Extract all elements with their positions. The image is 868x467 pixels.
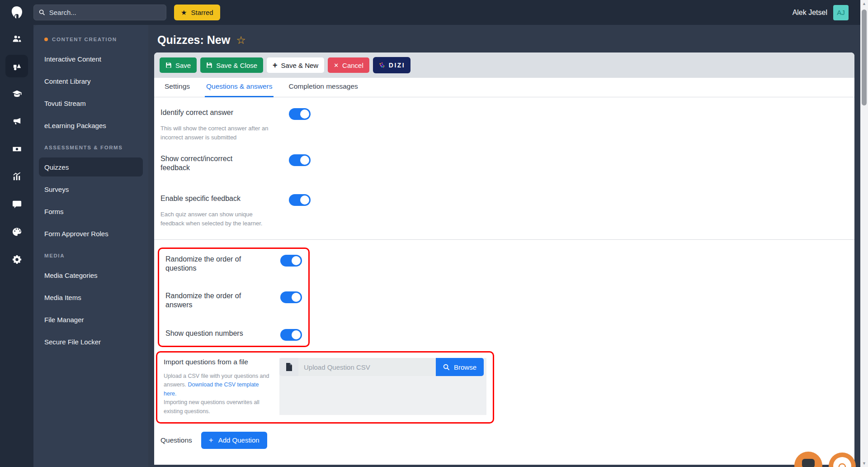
megaphone-icon xyxy=(12,116,22,127)
sidebar-item-elearning-packages[interactable]: eLearning Packages xyxy=(33,114,148,137)
setting-help: Each quiz answer can show unique feedbac… xyxy=(160,210,264,228)
avatar[interactable]: AJ xyxy=(833,5,849,20)
sidebar-item-quizzes[interactable]: Quizzes xyxy=(39,157,143,176)
avatar-initials: AJ xyxy=(837,9,845,16)
questions-label: Questions xyxy=(160,436,192,444)
import-help-text: Upload a CSV file with your questions an… xyxy=(164,372,272,416)
setting-row-show-question-numbers: Show question numbers xyxy=(165,329,302,341)
toggle-randomize-answers[interactable] xyxy=(280,291,302,303)
sidebar: CONTENT CREATION Interactive Content Con… xyxy=(33,25,148,467)
sidebar-section-assessments-forms: ASSESSMENTS & FORMS xyxy=(33,137,148,156)
favorite-star-icon[interactable]: ☆ xyxy=(236,35,246,46)
sidebar-item-surveys[interactable]: Surveys xyxy=(33,178,148,200)
gear-icon xyxy=(12,254,22,265)
user-name: Alek Jetsel xyxy=(793,9,827,17)
section-divider xyxy=(154,239,854,240)
tab-questions-answers[interactable]: Questions & answers xyxy=(205,82,274,97)
users-icon xyxy=(12,33,22,44)
toggle-show-correct-incorrect-feedback[interactable] xyxy=(289,154,311,166)
file-upload-group: Browse xyxy=(279,358,484,376)
main-area: Quizzes: New ☆ Save xyxy=(148,25,868,467)
rail-item-content-creation[interactable] xyxy=(5,55,28,77)
cancel-button[interactable]: ✕ Cancel xyxy=(328,57,369,73)
dizi-logo-icon xyxy=(378,62,386,69)
import-questions-label: Import questions from a file xyxy=(164,358,276,366)
user-area: Alek Jetsel AJ xyxy=(793,5,849,20)
page-scrollbar[interactable]: ▲ ▼ xyxy=(860,0,868,467)
section-label: CONTENT CREATION xyxy=(52,37,117,42)
save-close-button[interactable]: Save & Close xyxy=(200,57,263,73)
sidebar-item-forms[interactable]: Forms xyxy=(33,200,148,223)
scroll-up-arrow[interactable]: ▲ xyxy=(862,0,866,7)
orange-dot-icon xyxy=(44,38,48,41)
questions-row: Questions + Add Question xyxy=(160,432,845,449)
sidebar-item-secure-file-locker[interactable]: Secure File Locker xyxy=(33,331,148,353)
toggle-show-question-numbers[interactable] xyxy=(280,329,302,341)
setting-label: Randomize the order of answers xyxy=(165,291,256,310)
cancel-label: Cancel xyxy=(342,62,363,69)
toggle-enable-specific-feedback[interactable] xyxy=(289,194,311,206)
browse-button[interactable]: Browse xyxy=(436,358,484,376)
file-icon-cell xyxy=(279,358,298,376)
upload-csv-input[interactable] xyxy=(298,358,436,376)
setting-row-identify-correct-answer: Identify correct answer xyxy=(160,108,311,120)
chart-icon xyxy=(12,172,22,182)
import-label-column: Import questions from a file Upload a CS… xyxy=(164,358,276,416)
sidebar-section-media: MEDIA xyxy=(33,245,148,264)
search-box xyxy=(33,5,166,20)
elephant-logo-icon xyxy=(9,5,25,21)
sidebar-item-form-approver-roles[interactable]: Form Approver Roles xyxy=(33,223,148,245)
floppy-icon xyxy=(206,62,212,68)
tab-bar: Settings Questions & answers Completion … xyxy=(154,78,854,97)
sidebar-item-file-manager[interactable]: File Manager xyxy=(33,309,148,331)
sidebar-section-content-creation: CONTENT CREATION xyxy=(33,29,148,48)
rail-item-users[interactable] xyxy=(5,27,28,50)
rail-item-appearance[interactable] xyxy=(5,220,28,243)
elephant-badge-icon xyxy=(833,457,851,467)
dizi-button[interactable]: DIZI xyxy=(373,57,410,73)
starred-button[interactable]: ★ Starred xyxy=(174,5,220,20)
rail-item-learning[interactable] xyxy=(5,82,28,105)
shapes-icon xyxy=(12,61,22,71)
add-question-button[interactable]: + Add Question xyxy=(201,432,267,449)
plus-icon: + xyxy=(209,436,213,444)
action-toolbar: Save Save & Close + Save & New ✕ Cancel xyxy=(154,52,854,78)
import-help-after-link: Importing new questions overwrites all e… xyxy=(164,399,259,414)
toggle-identify-correct-answer[interactable] xyxy=(289,108,311,120)
dizi-label: DIZI xyxy=(389,62,405,69)
sidebar-item-media-items[interactable]: Media Items xyxy=(33,286,148,309)
plus-icon: + xyxy=(273,61,278,69)
content-card: Save Save & Close + Save & New ✕ Cancel xyxy=(154,52,854,465)
tab-completion-messages[interactable]: Completion messages xyxy=(287,82,359,97)
sidebar-item-media-categories[interactable]: Media Categories xyxy=(33,264,148,286)
search-input[interactable] xyxy=(49,9,161,16)
save-button[interactable]: Save xyxy=(160,57,197,73)
title-row: Quizzes: New ☆ xyxy=(148,25,868,52)
scroll-down-arrow[interactable]: ▼ xyxy=(862,460,866,467)
icon-rail xyxy=(0,25,33,467)
setting-label: Enable specific feedback xyxy=(160,194,259,206)
rail-item-messages[interactable] xyxy=(5,193,28,215)
save-new-button[interactable]: + Save & New xyxy=(267,57,324,73)
tovuti-logo[interactable] xyxy=(0,5,33,21)
sidebar-item-content-library[interactable]: Content Library xyxy=(33,70,148,92)
sidebar-item-tovuti-stream[interactable]: Tovuti Stream xyxy=(33,92,148,114)
tab-settings[interactable]: Settings xyxy=(163,82,191,97)
setting-help: This will show the correct answer after … xyxy=(160,124,274,142)
annotation-box-randomize: Randomize the order of questions Randomi… xyxy=(158,248,310,347)
quiz-settings-form: Identify correct answer This will show t… xyxy=(154,97,854,449)
rail-item-commerce[interactable] xyxy=(5,138,28,160)
search-icon xyxy=(39,9,45,16)
top-bar: ★ Starred Alek Jetsel AJ xyxy=(0,0,868,25)
toggle-randomize-questions[interactable] xyxy=(280,255,302,267)
graduation-cap-icon xyxy=(12,89,22,99)
chat-bubble-icon xyxy=(802,459,815,467)
floppy-icon xyxy=(165,62,172,68)
money-icon xyxy=(12,144,22,154)
scrollbar-thumb[interactable] xyxy=(862,10,867,105)
setting-label: Show correct/incorrect feedback xyxy=(160,154,259,172)
rail-item-reports[interactable] xyxy=(5,165,28,188)
rail-item-marketing[interactable] xyxy=(5,110,28,133)
rail-item-settings[interactable] xyxy=(5,248,28,271)
sidebar-item-interactive-content[interactable]: Interactive Content xyxy=(33,48,148,70)
